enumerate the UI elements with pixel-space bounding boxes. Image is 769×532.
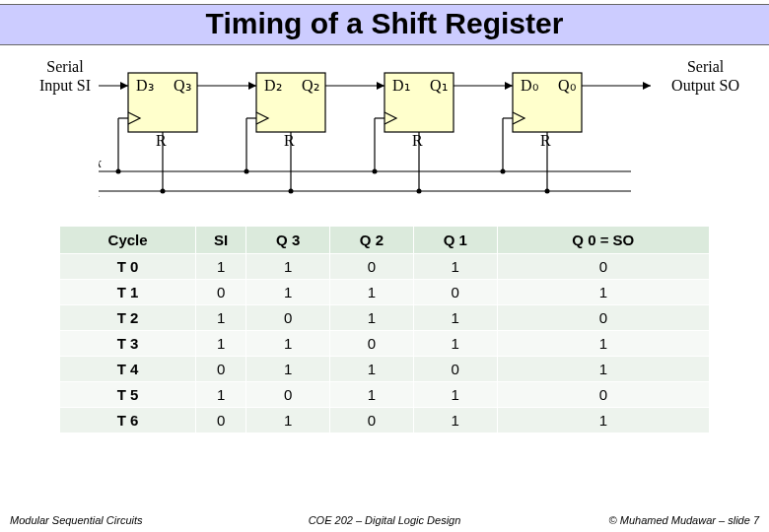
- table-cell: 0: [330, 254, 414, 280]
- table-cell: 0: [196, 280, 246, 305]
- svg-point-39: [373, 169, 378, 174]
- svg-marker-23: [248, 82, 256, 90]
- footer-left: Modular Sequential Circuits: [10, 514, 143, 526]
- table-header: SI: [196, 227, 246, 254]
- table-row: T 011010: [60, 254, 710, 280]
- table-cell: 1: [497, 331, 709, 357]
- table-cell: 1: [497, 408, 709, 433]
- table-cell: 0: [413, 357, 497, 382]
- title-bar: Timing of a Shift Register: [0, 4, 769, 45]
- svg-point-36: [245, 169, 249, 174]
- svg-point-48: [289, 189, 294, 194]
- svg-text:R: R: [412, 132, 423, 149]
- table-cell: T 6: [60, 408, 196, 433]
- table-header: Q 0 = SO: [497, 227, 709, 254]
- table-cell: 1: [330, 280, 414, 305]
- serial-output-label: Serial Output SO: [671, 57, 739, 95]
- table-cell: 0: [330, 408, 414, 433]
- table-cell: 1: [196, 382, 246, 408]
- table-cell: 1: [413, 254, 497, 280]
- table-row: T 601011: [60, 408, 710, 433]
- svg-text:R: R: [284, 132, 295, 149]
- table-cell: 1: [413, 408, 497, 433]
- table-cell: T 5: [60, 382, 196, 408]
- svg-text:Q₀: Q₀: [558, 77, 576, 94]
- table-cell: 1: [246, 331, 330, 357]
- svg-text:Clock: Clock: [99, 156, 102, 170]
- table-cell: 1: [196, 254, 246, 280]
- table-cell: T 3: [60, 331, 196, 357]
- table-cell: 0: [246, 305, 330, 331]
- table-cell: 1: [413, 331, 497, 357]
- svg-text:D₀: D₀: [521, 77, 538, 94]
- table-row: T 401101: [60, 357, 710, 382]
- table-row: T 311011: [60, 331, 710, 357]
- svg-text:R: R: [156, 132, 167, 149]
- table-header: Cycle: [60, 227, 196, 254]
- table-cell: 1: [246, 357, 330, 382]
- ff1: D₁ Q₁ R: [384, 73, 454, 150]
- table-cell: 0: [497, 305, 709, 331]
- table-cell: 1: [246, 408, 330, 433]
- table-header: Q 3: [246, 227, 330, 254]
- svg-text:Q₂: Q₂: [302, 77, 319, 94]
- table-cell: T 0: [60, 254, 196, 280]
- table-cell: 1: [497, 280, 709, 305]
- table-cell: 1: [497, 357, 709, 382]
- svg-text:Reset: Reset: [99, 191, 100, 206]
- slide-title: Timing of a Shift Register: [0, 7, 769, 40]
- svg-point-50: [417, 189, 422, 194]
- svg-text:D₂: D₂: [264, 77, 282, 94]
- ff2: D₂ Q₂ R: [256, 73, 325, 150]
- table-cell: 1: [196, 305, 246, 331]
- svg-point-33: [116, 169, 121, 174]
- table-cell: 1: [330, 382, 414, 408]
- table-cell: 1: [413, 305, 497, 331]
- footer-center: COE 202 – Digital Logic Design: [309, 514, 461, 526]
- table-cell: 0: [246, 382, 330, 408]
- svg-point-52: [545, 189, 550, 194]
- table-cell: 1: [330, 357, 414, 382]
- svg-point-42: [501, 169, 506, 174]
- table-cell: 0: [497, 382, 709, 408]
- svg-marker-25: [377, 82, 384, 90]
- ff0: D₀ Q₀ R: [513, 73, 582, 150]
- serial-input-label: Serial Input SI: [39, 57, 91, 95]
- table-cell: 1: [413, 382, 497, 408]
- svg-text:R: R: [540, 132, 551, 149]
- svg-text:D₃: D₃: [136, 77, 154, 94]
- table-cell: T 1: [60, 280, 196, 305]
- table-cell: 1: [330, 305, 414, 331]
- table-cell: 1: [246, 254, 330, 280]
- table-cell: 1: [246, 280, 330, 305]
- table-row: T 510110: [60, 382, 710, 408]
- svg-text:D₁: D₁: [392, 77, 410, 94]
- table-cell: 0: [413, 280, 497, 305]
- footer-right: © Muhamed Mudawar – slide 7: [609, 514, 759, 526]
- ff3: D₃ Q₃ R: [128, 73, 197, 150]
- shift-register-diagram: D₃ Q₃ R D₂ Q₂ R D₁ Q₁ R D₀ Q₀ R: [99, 53, 651, 211]
- table-cell: T 4: [60, 357, 196, 382]
- svg-point-46: [161, 189, 166, 194]
- table-header: Q 1: [413, 227, 497, 254]
- table-cell: T 2: [60, 305, 196, 331]
- svg-text:Q₃: Q₃: [174, 77, 191, 94]
- svg-marker-21: [120, 82, 128, 90]
- table-cell: 0: [196, 357, 246, 382]
- timing-table: CycleSIQ 3Q 2Q 1Q 0 = SO T 011010T 10110…: [59, 226, 710, 433]
- table-cell: 0: [196, 408, 246, 433]
- table-cell: 0: [330, 331, 414, 357]
- svg-marker-29: [643, 82, 651, 90]
- table-cell: 0: [497, 254, 709, 280]
- timing-table-wrap: CycleSIQ 3Q 2Q 1Q 0 = SO T 011010T 10110…: [59, 226, 710, 433]
- table-cell: 1: [196, 331, 246, 357]
- diagram-area: Serial Input SI Serial Output SO D₃ Q₃ R…: [0, 51, 769, 214]
- table-row: T 210110: [60, 305, 710, 331]
- table-header: Q 2: [330, 227, 414, 254]
- svg-marker-27: [505, 82, 513, 90]
- table-row: T 101101: [60, 280, 710, 305]
- svg-text:Q₁: Q₁: [430, 77, 448, 94]
